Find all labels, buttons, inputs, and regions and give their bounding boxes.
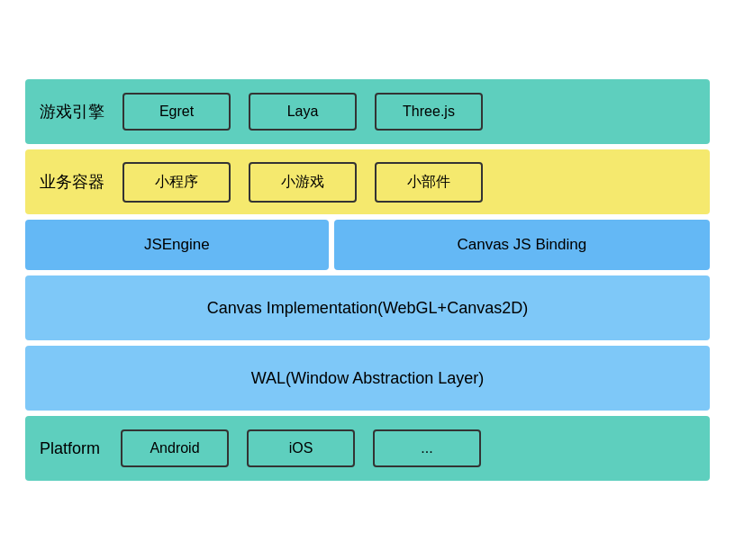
egret-box: Egret	[122, 93, 231, 131]
business-container-layer: 业务容器 小程序 小游戏 小部件	[25, 149, 710, 214]
canvas-impl-label: Canvas Implementation(WebGL+Canvas2D)	[207, 299, 528, 318]
jsengine-cell: JSEngine	[25, 220, 329, 270]
game-engine-boxes: Egret Laya Three.js	[122, 93, 695, 131]
jsengine-row: JSEngine Canvas JS Binding	[25, 220, 710, 270]
laya-box: Laya	[249, 93, 357, 131]
threejs-box: Three.js	[375, 93, 483, 131]
platform-layer: Platform Android iOS ...	[25, 416, 710, 481]
platform-label: Platform	[40, 439, 103, 458]
platform-boxes: Android iOS ...	[121, 429, 695, 467]
ios-box: iOS	[247, 429, 355, 467]
business-container-label: 业务容器	[40, 171, 104, 193]
android-box: Android	[121, 429, 229, 467]
architecture-diagram: 游戏引擎 Egret Laya Three.js 业务容器 小程序 小游戏 小部…	[25, 79, 710, 481]
canvas-binding-cell: Canvas JS Binding	[334, 220, 710, 270]
mini-game-box: 小游戏	[249, 162, 357, 203]
mini-component-box: 小部件	[375, 162, 483, 203]
mini-program-box: 小程序	[122, 162, 231, 203]
canvas-impl-layer: Canvas Implementation(WebGL+Canvas2D)	[25, 275, 710, 340]
other-box: ...	[373, 429, 481, 467]
game-engine-label: 游戏引擎	[40, 101, 104, 122]
game-engine-layer: 游戏引擎 Egret Laya Three.js	[25, 79, 710, 144]
business-container-boxes: 小程序 小游戏 小部件	[122, 162, 695, 203]
wal-layer: WAL(Window Abstraction Layer)	[25, 346, 710, 411]
wal-label: WAL(Window Abstraction Layer)	[251, 369, 484, 388]
